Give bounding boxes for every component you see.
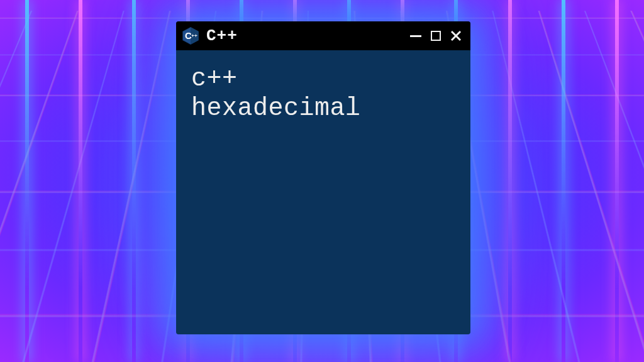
- content-line-2: hexadecimal: [191, 94, 361, 123]
- cpp-hex-icon: C: [181, 26, 200, 45]
- maximize-icon: [431, 31, 441, 41]
- window-title: C++: [206, 26, 401, 45]
- svg-text:C: C: [185, 30, 192, 41]
- minimize-icon: [409, 30, 422, 42]
- svg-rect-4: [192, 35, 194, 36]
- close-button[interactable]: [448, 28, 464, 44]
- minimize-button[interactable]: [408, 28, 424, 44]
- app-window: C C++ c++ hexadecimal: [176, 21, 470, 334]
- window-content: c++ hexadecimal: [176, 50, 470, 137]
- content-line-1: c++: [191, 65, 238, 93]
- maximize-button[interactable]: [428, 28, 444, 44]
- close-icon: [450, 30, 462, 42]
- svg-rect-7: [410, 35, 421, 37]
- titlebar[interactable]: C C++: [176, 21, 470, 50]
- window-controls: [408, 28, 464, 44]
- svg-rect-6: [194, 35, 197, 36]
